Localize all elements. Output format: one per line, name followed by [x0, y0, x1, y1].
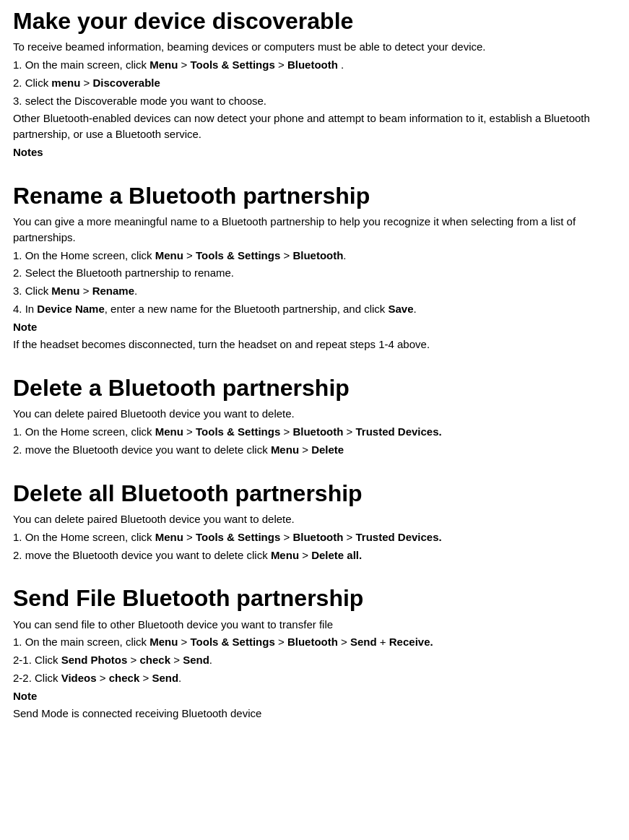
step: 1. On the Home screen, click Menu > Tool…: [13, 529, 616, 545]
step: 1. On the main screen, click Menu > Tool…: [13, 57, 616, 73]
step: 2. move the Bluetooth device you want to…: [13, 547, 616, 563]
section-delete-partnership: Delete a Bluetooth partnershipYou can de…: [13, 374, 616, 458]
step: 1. On the Home screen, click Menu > Tool…: [13, 424, 616, 440]
section-body: You can send file to other Bluetooth dev…: [13, 617, 616, 722]
note-label: Note: [13, 319, 616, 335]
paragraph: If the headset becomes disconnected, tur…: [13, 337, 616, 352]
step: 2. move the Bluetooth device you want to…: [13, 442, 616, 458]
section-title: Rename a Bluetooth partnership: [13, 182, 616, 209]
page-content: Make your device discoverableTo receive …: [13, 7, 616, 722]
step: 1. On the main screen, click Menu > Tool…: [13, 634, 616, 650]
note-label: Notes: [13, 144, 616, 160]
paragraph: You can delete paired Bluetooth device y…: [13, 511, 616, 527]
section-body: You can give a more meaningful name to a…: [13, 214, 616, 352]
section-delete-all-partnership: Delete all Bluetooth partnershipYou can …: [13, 480, 616, 563]
step: 3. Click Menu > Rename.: [13, 283, 616, 299]
paragraph: Send Mode is connected receiving Bluetoo…: [13, 706, 616, 722]
step: 1. On the Home screen, click Menu > Tool…: [13, 248, 616, 264]
section-rename-partnership: Rename a Bluetooth partnershipYou can gi…: [13, 182, 616, 352]
paragraph: Other Bluetooth-enabled devices can now …: [13, 111, 616, 142]
section-make-discoverable: Make your device discoverableTo receive …: [13, 7, 616, 160]
note-label: Note: [13, 688, 616, 704]
section-title: Delete a Bluetooth partnership: [13, 374, 616, 402]
paragraph: To receive beamed information, beaming d…: [13, 39, 616, 55]
section-title: Make your device discoverable: [13, 7, 616, 35]
section-body: To receive beamed information, beaming d…: [13, 39, 616, 160]
section-send-file-partnership: Send File Bluetooth partnershipYou can s…: [13, 584, 616, 722]
step: 2-2. Click Videos > check > Send.: [13, 670, 616, 686]
paragraph: You can delete paired Bluetooth device y…: [13, 406, 616, 422]
step: 3. select the Discoverable mode you want…: [13, 93, 616, 109]
section-body: You can delete paired Bluetooth device y…: [13, 406, 616, 457]
section-title: Send File Bluetooth partnership: [13, 584, 616, 612]
step: 4. In Device Name, enter a new name for …: [13, 301, 616, 317]
section-title: Delete all Bluetooth partnership: [13, 480, 616, 507]
section-body: You can delete paired Bluetooth device y…: [13, 511, 616, 563]
step: 2-1. Click Send Photos > check > Send.: [13, 652, 616, 668]
step: 2. Click menu > Discoverable: [13, 75, 616, 91]
step: 2. Select the Bluetooth partnership to r…: [13, 265, 616, 281]
paragraph: You can send file to other Bluetooth dev…: [13, 617, 616, 633]
paragraph: You can give a more meaningful name to a…: [13, 214, 616, 246]
